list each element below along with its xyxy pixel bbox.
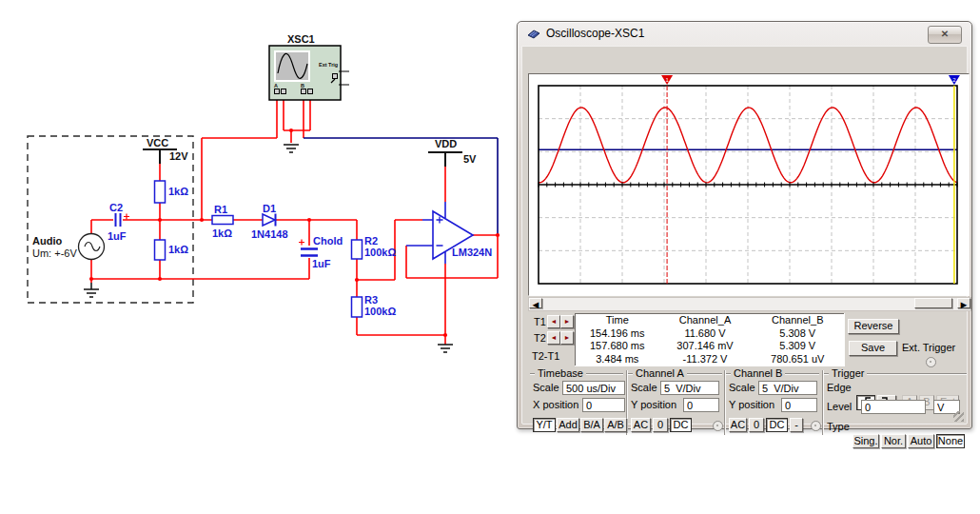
timebase-scale-input[interactable] [562, 381, 625, 395]
col-channel-b: Channel_B [752, 314, 845, 327]
trigger-edge-label: Edge [827, 382, 852, 393]
mode-ba-button[interactable]: B/A [580, 418, 603, 432]
instrument-icon [526, 27, 542, 40]
channel-a-zero-button[interactable]: 0 [653, 418, 668, 432]
svg-text:1N4148: 1N4148 [251, 228, 288, 240]
mode-add-button[interactable]: Add [557, 418, 579, 432]
trigger-type-label: Type [827, 421, 850, 432]
save-button[interactable]: Save [849, 341, 897, 356]
resistor-divider-bottom[interactable]: 1kΩ [155, 240, 189, 260]
resistor-r1[interactable]: R1 1kΩ [212, 204, 233, 239]
vcc-label: VCC [147, 137, 168, 148]
svg-text:XSC1: XSC1 [287, 33, 315, 45]
reverse-button[interactable]: Reverse [848, 319, 899, 334]
col-time: Time [576, 314, 659, 327]
channel-a-dc-button[interactable]: DC [670, 418, 692, 432]
col-channel-a: Channel_A [659, 314, 752, 327]
channel-a-scale-label: Scale [631, 382, 657, 393]
trigger-group: Trigger Edge A B Ext Level Type Sing. No… [824, 368, 969, 437]
resize-grip[interactable] [953, 411, 964, 422]
timebase-group: Timebase Scale X position Y/T Add B/A A/… [530, 368, 625, 437]
timebase-xpos-label: X position [533, 399, 578, 410]
mode-yt-button[interactable]: Y/T [533, 418, 556, 432]
table-row: 157.680 ms 307.146 mV 5.309 V [576, 340, 845, 352]
resistor-r3[interactable]: R3 100kΩ [352, 294, 397, 317]
channel-b-group: Channel B Scale Y position AC 0 DC - [726, 368, 821, 437]
svg-text:R3: R3 [364, 294, 378, 306]
svg-text:100kΩ: 100kΩ [364, 306, 396, 317]
ground-symbol-opamp[interactable] [438, 345, 453, 352]
svg-text:Audio: Audio [32, 235, 62, 247]
ground-symbol-scope[interactable] [284, 145, 299, 152]
svg-text:1kΩ: 1kΩ [168, 186, 188, 197]
trigger-level-input[interactable] [861, 400, 926, 414]
scroll-thumb[interactable] [914, 298, 952, 308]
channel-b-dc-button[interactable]: DC [766, 418, 788, 432]
window-titlebar[interactable]: Oscilloscope-XSC1 ✕ [518, 22, 971, 45]
close-button[interactable]: ✕ [928, 26, 962, 44]
svg-text:A: A [274, 83, 278, 89]
channel-b-ypos-input[interactable] [781, 398, 817, 412]
timebase-xpos-input[interactable] [582, 398, 625, 412]
trigger-nor-button[interactable]: Nor. [881, 434, 906, 448]
trigger-title: Trigger [832, 367, 864, 379]
audio-source[interactable]: Audio Um: +-6V [32, 234, 105, 260]
capacitor-chold[interactable]: Chold 1uF [299, 235, 343, 269]
timebase-scale-label: Scale [533, 382, 559, 393]
timebase-title: Timebase [538, 367, 583, 379]
channel-b-scale-label: Scale [729, 382, 755, 393]
svg-text:Um: +-6V: Um: +-6V [32, 247, 77, 259]
channel-b-scale-input[interactable] [758, 381, 817, 395]
channel-a-ac-button[interactable]: AC [631, 418, 651, 432]
vdd-rail-bar[interactable] [428, 152, 462, 167]
cursor-delta-label: T2-T1 [532, 350, 559, 362]
channel-a-ypos-input[interactable] [683, 398, 719, 412]
channel-b-probe-radio[interactable] [811, 421, 821, 431]
scope-content: 12 ◄ ► T1 ◄ ► T2 ◄ ► T2-T1 Time Channel_… [521, 46, 968, 425]
svg-text:1kΩ: 1kΩ [212, 227, 232, 239]
svg-text:1kΩ: 1kΩ [168, 244, 188, 255]
ext-trigger-label: Ext. Trigger [902, 342, 955, 353]
scope-hscrollbar[interactable]: ◄ ► [528, 297, 971, 311]
trigger-auto-button[interactable]: Auto [908, 434, 934, 448]
channel-a-title: Channel A [636, 367, 684, 379]
channel-b-ypos-label: Y position [729, 399, 774, 410]
trigger-none-button[interactable]: None [936, 434, 965, 448]
scroll-right-icon[interactable]: ► [957, 298, 970, 308]
t1-right-button[interactable]: ► [560, 315, 574, 328]
mode-ab-button[interactable]: A/B [604, 418, 627, 432]
capacitor-c2[interactable]: C2 1uF [108, 202, 129, 242]
oscilloscope-symbol[interactable]: XSC1 Ext Trig A B [269, 33, 349, 100]
t2-right-button[interactable]: ► [560, 331, 574, 345]
ext-trigger-radio[interactable] [926, 357, 936, 367]
scroll-left-icon[interactable]: ◄ [529, 298, 542, 308]
svg-text:R2: R2 [364, 235, 378, 247]
ground-symbol-source[interactable] [84, 283, 99, 297]
diode-d1[interactable]: D1 1N4148 [251, 203, 288, 240]
readout-table: Time Channel_A Channel_B 154.196 ms 11.6… [575, 313, 845, 366]
resistor-r2[interactable]: R2 100kΩ [352, 235, 397, 259]
table-row: 3.484 ms -11.372 V 780.651 uV [576, 352, 845, 366]
channel-a-scale-input[interactable] [660, 381, 719, 395]
svg-text:1uF: 1uF [108, 230, 127, 242]
svg-text:B: B [301, 83, 304, 89]
svg-text:LM324N: LM324N [452, 247, 492, 258]
cursor-t2-label: T2 [534, 332, 546, 344]
channel-b-minus-button[interactable]: - [790, 418, 803, 432]
svg-text:100kΩ: 100kΩ [364, 247, 396, 258]
channel-a-probe-radio[interactable] [713, 421, 723, 431]
scope-trace-plot[interactable]: 12 [529, 74, 967, 293]
channel-a-group: Channel A Scale Y position AC 0 DC [628, 368, 724, 437]
trigger-sing-button[interactable]: Sing. [853, 434, 879, 448]
channel-b-title: Channel B [734, 367, 782, 379]
channel-b-ac-button[interactable]: AC [729, 418, 747, 432]
svg-text:Ext Trig: Ext Trig [319, 62, 338, 68]
oscilloscope-window: Oscilloscope-XSC1 ✕ 12 ◄ ► T1 ◄ ► T2 ◄ ►… [517, 21, 972, 429]
window-title: Oscilloscope-XSC1 [546, 27, 644, 40]
t2-left-button[interactable]: ◄ [547, 331, 560, 345]
resistor-divider-top[interactable]: 1kΩ [155, 181, 189, 203]
vcc-value: 12V [169, 150, 188, 162]
t1-left-button[interactable]: ◄ [547, 315, 560, 328]
cursor-t1-label: T1 [534, 316, 546, 327]
channel-b-zero-button[interactable]: 0 [749, 418, 764, 432]
